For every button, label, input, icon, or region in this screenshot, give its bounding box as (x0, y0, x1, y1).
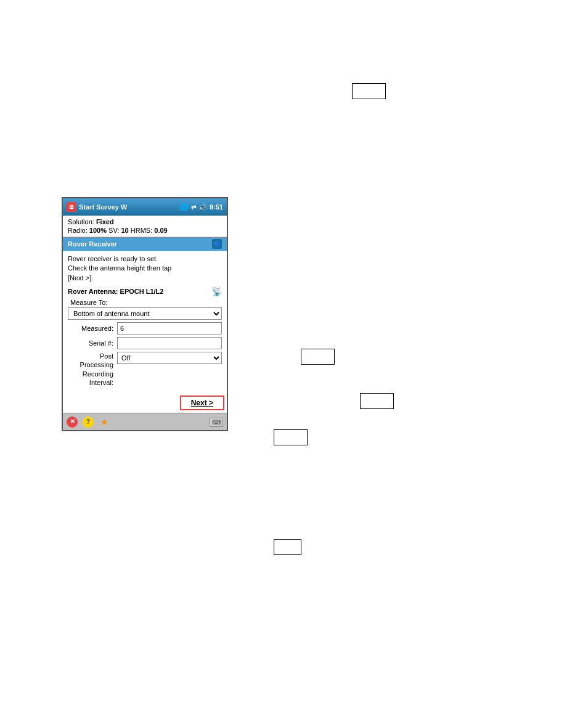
globe-icon: 🌐 (179, 203, 189, 211)
close-icon: ✕ (70, 418, 75, 426)
message-line1: Rover receiver is ready to set. (68, 255, 158, 262)
serial-row: Serial #: (68, 337, 222, 349)
solution-line: Solution: Fixed (68, 218, 222, 225)
help-icon: ? (86, 418, 90, 425)
post-processing-label: Post ProcessingRecording Interval: (68, 352, 117, 387)
volume-icon: 🔊 (198, 203, 207, 211)
content-area: Rover receiver is ready to set. Check th… (63, 251, 227, 394)
bottom-toolbar: ✕ ? ★ ⌨ (63, 413, 227, 430)
status-bar: Solution: Fixed Radio: 100% SV: 10 HRMS:… (63, 216, 227, 237)
next-button-row: Next > (63, 394, 227, 413)
antenna-label-text: Rover Antenna: EPOCH L1/L2 (68, 288, 163, 295)
keyboard-icon[interactable]: ⌨ (210, 418, 223, 427)
radio-value: 100% (89, 227, 107, 234)
ready-message: Rover receiver is ready to set. Check th… (68, 254, 222, 283)
radio-line: Radio: 100% SV: 10 HRMS: 0.09 (68, 227, 222, 234)
hrms-value: 0.09 (154, 227, 167, 234)
device-window: ⊞ Start Survey W 🌐 ⇄ 🔊 9:51 Solution: Fi… (62, 197, 228, 431)
antenna-label: Rover Antenna: EPOCH L1/L2 📡 (68, 286, 222, 296)
section-title: Rover Receiver (68, 240, 117, 248)
radio-label: Radio: (68, 227, 88, 234)
annotation-box-2 (301, 349, 335, 365)
close-button[interactable]: ✕ (67, 416, 78, 428)
keyboard-area: ⌨ (210, 417, 223, 426)
measured-input[interactable] (117, 322, 222, 335)
annotation-box-4 (274, 429, 308, 445)
serial-label: Serial #: (68, 339, 117, 347)
message-line3: [Next >]. (68, 274, 93, 282)
sv-label: SV: (108, 227, 119, 234)
signal-icon: ⇄ (191, 204, 196, 211)
hrms-label: HRMS: (131, 227, 152, 234)
windows-logo: ⊞ (67, 202, 76, 212)
solution-value: Fixed (96, 218, 114, 225)
title-bar-icons: 🌐 ⇄ 🔊 9:51 (179, 203, 223, 211)
title-bar: ⊞ Start Survey W 🌐 ⇄ 🔊 9:51 (63, 198, 227, 216)
annotation-box-3 (360, 393, 394, 409)
measure-to-row: Measure To: Bottom of antenna mount Top … (68, 299, 222, 320)
section-header-icon: 🔵 (212, 239, 222, 249)
section-header: Rover Receiver 🔵 (63, 237, 227, 251)
antenna-icon: 📡 (211, 286, 222, 296)
annotation-box-1 (352, 83, 386, 99)
title-bar-text: Start Survey W (79, 203, 179, 211)
help-button[interactable]: ? (83, 416, 94, 428)
post-processing-row: Post ProcessingRecording Interval: Off 1… (68, 352, 222, 387)
annotation-box-5 (274, 539, 301, 555)
star-icon: ★ (100, 417, 108, 427)
serial-input[interactable] (117, 337, 222, 349)
post-processing-select[interactable]: Off 1 sec 5 sec 10 sec (117, 352, 222, 364)
measure-to-select[interactable]: Bottom of antenna mount Top of antenna P… (68, 307, 222, 320)
solution-label: Solution: (68, 218, 94, 225)
favorites-button[interactable]: ★ (99, 416, 110, 428)
measured-row: Measured: (68, 322, 222, 335)
sv-value: 10 (121, 227, 128, 234)
measure-to-label: Measure To: (68, 299, 222, 306)
time-display: 9:51 (210, 203, 223, 211)
next-button[interactable]: Next > (180, 396, 224, 410)
measured-label: Measured: (68, 325, 117, 332)
message-line2: Check the antenna height then tap (68, 264, 171, 272)
